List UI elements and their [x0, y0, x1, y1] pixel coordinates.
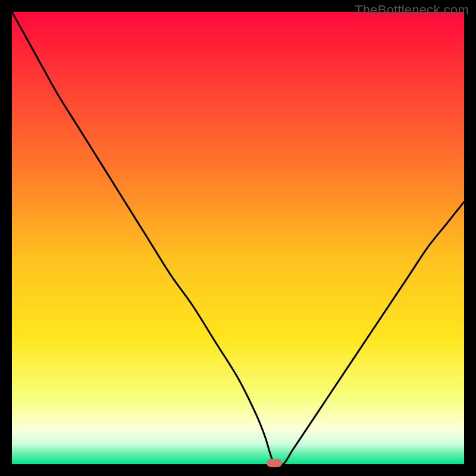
gradient-background: [12, 12, 464, 464]
chart-frame: TheBottleneck.com: [0, 0, 476, 476]
plot-area: [12, 12, 464, 464]
chart-svg: [12, 12, 464, 464]
watermark-text: TheBottleneck.com: [355, 2, 469, 18]
